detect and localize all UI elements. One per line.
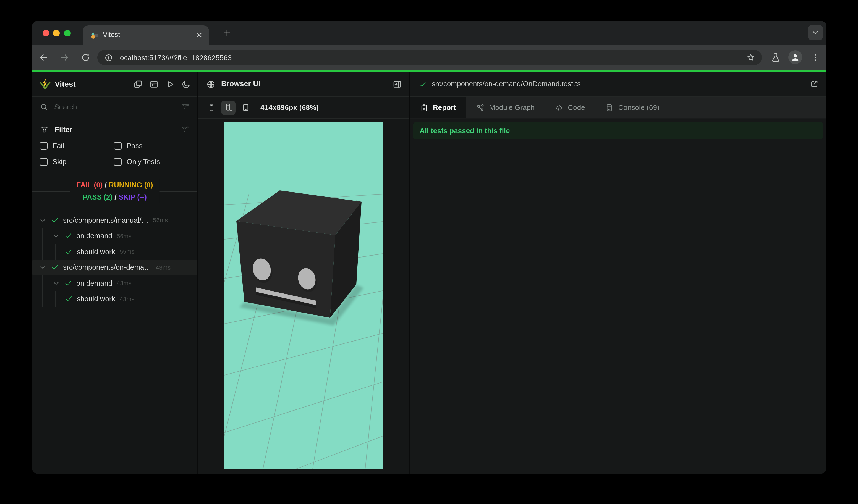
check-icon xyxy=(64,279,73,287)
indent-guide xyxy=(42,291,43,307)
indent-guide xyxy=(55,244,56,259)
tab-module-graph[interactable]: Module Graph xyxy=(466,97,545,118)
indent-guide xyxy=(42,244,43,259)
new-tab-button[interactable] xyxy=(222,28,232,37)
browser-ui-panel: Browser UI 414x896px (68%) xyxy=(198,72,410,474)
panel-right-icon[interactable] xyxy=(393,80,402,89)
browser-toolbar: localhost:5173/#/?file=1828625563 xyxy=(32,45,826,70)
filter-option-label: Only Tests xyxy=(127,158,160,166)
check-icon xyxy=(64,232,73,240)
window-zoom-button[interactable] xyxy=(64,30,71,36)
chevron-down-icon[interactable] xyxy=(52,232,60,240)
tree-row-file[interactable]: src/components/on-dema…43ms xyxy=(32,259,197,275)
device-phone-add-button[interactable] xyxy=(221,100,236,115)
browser-preview-canvas[interactable] xyxy=(224,122,383,469)
tree-row-test[interactable]: should work43ms xyxy=(32,291,197,307)
filter-clear-icon[interactable] xyxy=(181,126,190,134)
dashboard-icon[interactable] xyxy=(149,80,159,89)
tree-item-duration: 55ms xyxy=(120,248,134,255)
device-phone-add-icon xyxy=(224,103,233,112)
tab-code[interactable]: Code xyxy=(545,97,595,118)
viewport-size-label: 414x896px (68%) xyxy=(260,103,319,112)
collapse-details-icon[interactable] xyxy=(133,80,143,89)
tree-row-test[interactable]: should work55ms xyxy=(32,244,197,259)
filter-option-fail[interactable]: Fail xyxy=(40,142,114,150)
globe-icon xyxy=(206,80,216,89)
all-tests-passed-banner: All tests passed in this file xyxy=(413,122,823,139)
tree-item-duration: 56ms xyxy=(153,217,168,224)
tree-row-suite[interactable]: on demand56ms xyxy=(32,228,197,244)
flask-icon[interactable] xyxy=(770,52,781,63)
browser-menu-button[interactable] xyxy=(810,52,821,63)
back-button[interactable] xyxy=(39,52,49,63)
tab-label: Module Graph xyxy=(489,103,535,112)
filter-option-label: Pass xyxy=(127,142,143,150)
browser-window: Vitest localhost:5173/#/?file=1828625563 xyxy=(32,21,826,474)
search-icon xyxy=(40,103,48,111)
indent-guide xyxy=(42,228,43,244)
device-phone-button[interactable] xyxy=(204,100,218,115)
sidebar-header: Vitest xyxy=(32,72,197,97)
file-header: src/components/on-demand/OnDemand.test.t… xyxy=(410,72,826,97)
chevron-down-icon[interactable] xyxy=(39,263,47,272)
test-summary: FAIL (0) / RUNNING (0) PASS (2) / SKIP (… xyxy=(32,174,197,208)
filter-clear-icon[interactable] xyxy=(181,103,190,111)
info-icon[interactable] xyxy=(105,53,113,62)
window-minimize-button[interactable] xyxy=(53,30,60,36)
tree-item-label: src/components/on-dema… xyxy=(63,263,151,272)
indent-guide xyxy=(55,291,56,307)
close-icon[interactable] xyxy=(195,31,204,39)
vitest-logo xyxy=(39,79,51,90)
tab-console-69[interactable]: Console (69) xyxy=(595,97,669,118)
check-icon xyxy=(51,216,59,224)
tree-item-duration: 43ms xyxy=(120,296,134,302)
report-panel: src/components/on-demand/OnDemand.test.t… xyxy=(410,72,826,474)
theme-toggle-icon[interactable] xyxy=(181,80,191,89)
tab-report[interactable]: Report xyxy=(410,97,466,118)
run-all-icon[interactable] xyxy=(165,80,175,89)
device-tablet-button[interactable] xyxy=(238,100,253,115)
checkbox[interactable] xyxy=(114,158,122,165)
module-graph-icon xyxy=(476,103,485,112)
checkbox[interactable] xyxy=(40,142,48,149)
profile-avatar[interactable] xyxy=(788,50,802,64)
chevron-down-icon[interactable] xyxy=(52,279,60,287)
tree-row-suite[interactable]: on demand43ms xyxy=(32,275,197,291)
tab-label: Report xyxy=(433,103,456,112)
window-close-button[interactable] xyxy=(43,30,49,36)
tab-search-button[interactable] xyxy=(808,25,823,40)
check-icon xyxy=(418,80,427,88)
url-text[interactable]: localhost:5173/#/?file=1828625563 xyxy=(118,54,232,62)
search-input[interactable]: Search... xyxy=(54,103,83,111)
tree-item-label: src/components/manual/… xyxy=(63,216,148,224)
vitest-ui: Vitest Search... Filter FailPassSkipOnly… xyxy=(32,72,826,474)
filter-section: Filter FailPassSkipOnly Tests xyxy=(32,118,197,174)
device-toolbar: 414x896px (68%) xyxy=(198,97,409,119)
tree-row-file[interactable]: src/components/manual/…56ms xyxy=(32,212,197,228)
filter-title: Filter xyxy=(55,126,73,134)
summary-line-2: PASS (2) / SKIP (--) xyxy=(77,191,153,204)
preview-area xyxy=(198,119,409,474)
filter-icon xyxy=(41,126,49,134)
check-icon xyxy=(65,295,73,303)
reload-button[interactable] xyxy=(81,52,91,63)
vitest-favicon xyxy=(90,31,98,39)
checkbox[interactable] xyxy=(114,142,122,149)
address-bar[interactable]: localhost:5173/#/?file=1828625563 xyxy=(97,50,762,65)
search-bar: Search... xyxy=(32,97,197,118)
tree-item-duration: 56ms xyxy=(117,233,131,239)
star-icon[interactable] xyxy=(746,53,755,62)
checkbox[interactable] xyxy=(40,158,48,165)
tree-item-label: on demand xyxy=(76,232,112,240)
tree-item-label: should work xyxy=(77,248,115,256)
filter-option-skip[interactable]: Skip xyxy=(40,158,114,166)
chevron-down-icon[interactable] xyxy=(39,216,47,224)
forward-button[interactable] xyxy=(60,52,70,63)
external-link-icon[interactable] xyxy=(810,80,819,88)
filter-option-only-tests[interactable]: Only Tests xyxy=(114,158,190,166)
tree-item-duration: 43ms xyxy=(117,280,131,287)
browser-ui-header: Browser UI xyxy=(198,72,409,97)
test-progress-bar xyxy=(32,70,826,72)
filter-option-pass[interactable]: Pass xyxy=(114,142,190,150)
browser-tab[interactable]: Vitest xyxy=(83,26,209,45)
